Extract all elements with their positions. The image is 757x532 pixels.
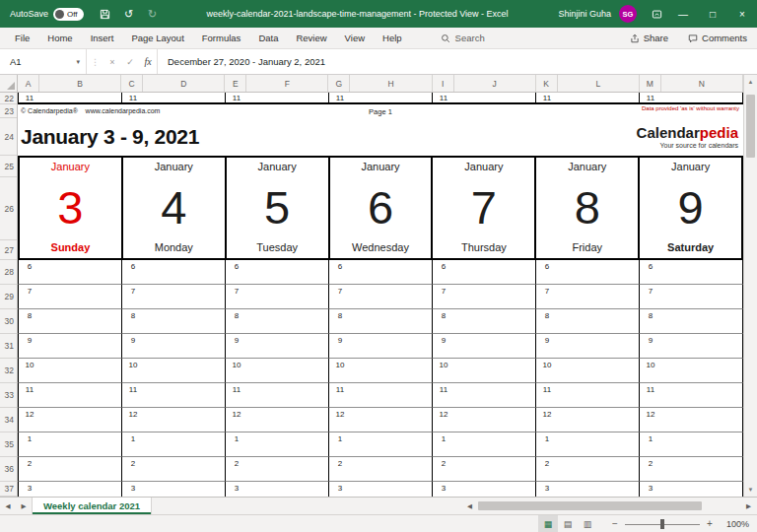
hour-cell-group[interactable]: 3 — [535, 482, 639, 497]
enter-button[interactable]: ✓ — [121, 49, 139, 74]
time-slot-cell[interactable] — [144, 334, 225, 358]
prev-week-cell-group[interactable]: 11 — [225, 93, 328, 104]
time-slot-cell[interactable] — [144, 260, 225, 284]
hour-cell-group[interactable]: 3 — [639, 482, 743, 497]
time-slot-cell[interactable] — [661, 334, 742, 358]
redo-button[interactable]: ↻ — [141, 0, 165, 28]
page-layout-view-button[interactable]: ▤ — [558, 515, 578, 532]
column-header-j[interactable]: J — [454, 75, 536, 92]
hour-cell-group[interactable]: 10 — [535, 359, 639, 383]
cancel-button[interactable]: × — [103, 49, 121, 74]
hour-cell-group[interactable]: 11 — [328, 383, 432, 408]
hour-cell-group[interactable]: 11 — [535, 383, 639, 408]
name-box-dropdown-icon[interactable]: ▾ — [76, 58, 80, 66]
zoom-in-button[interactable]: + — [702, 518, 718, 529]
hour-cell-group[interactable]: 7 — [121, 285, 225, 309]
menu-tab-file[interactable]: File — [6, 28, 38, 48]
time-slot-cell[interactable] — [144, 285, 225, 308]
column-header-k[interactable]: K — [536, 75, 558, 92]
time-slot-cell[interactable] — [247, 309, 328, 333]
hour-cell-group[interactable]: 7 — [18, 285, 121, 309]
time-slot-cell[interactable] — [558, 93, 639, 102]
time-slot-cell[interactable] — [351, 309, 432, 333]
hour-cell-group[interactable]: 10 — [328, 359, 432, 383]
row-header-37[interactable]: 37 — [0, 482, 17, 497]
time-slot-cell[interactable] — [454, 457, 535, 481]
hour-cell-group[interactable]: 1 — [18, 432, 121, 457]
time-slot-cell[interactable] — [558, 309, 639, 333]
page-break-view-button[interactable]: ▥ — [578, 515, 597, 532]
column-header-b[interactable]: B — [39, 75, 121, 92]
hour-cell-group[interactable]: 12 — [225, 408, 328, 432]
time-slot-cell[interactable] — [40, 93, 121, 102]
hour-cell-group[interactable]: 2 — [225, 457, 328, 482]
column-header-e[interactable]: E — [225, 75, 246, 92]
time-slot-cell[interactable] — [351, 383, 432, 407]
column-header-i[interactable]: I — [433, 75, 454, 92]
hour-cell-group[interactable]: 9 — [535, 334, 639, 359]
day-header-friday[interactable]: January8Friday — [534, 156, 638, 260]
normal-view-button[interactable]: ▦ — [538, 515, 558, 532]
time-slot-cell[interactable] — [247, 408, 328, 432]
time-slot-cell[interactable] — [661, 359, 742, 382]
column-header-c[interactable]: C — [121, 75, 143, 92]
time-slot-cell[interactable] — [454, 260, 535, 284]
time-slot-cell[interactable] — [247, 482, 328, 497]
zoom-percentage[interactable]: 100% — [718, 519, 757, 529]
prev-week-cell-group[interactable]: 11 — [639, 93, 743, 104]
time-slot-cell[interactable] — [454, 408, 535, 432]
row-header-29[interactable]: 29 — [0, 285, 17, 309]
column-header-h[interactable]: H — [350, 75, 432, 92]
time-slot-cell[interactable] — [40, 383, 121, 407]
hour-cell-group[interactable]: 12 — [18, 408, 121, 432]
time-slot-cell[interactable] — [558, 457, 639, 481]
hour-cell-group[interactable]: 10 — [639, 359, 743, 383]
time-slot-cell[interactable] — [144, 482, 225, 497]
row-header-36[interactable]: 36 — [0, 457, 17, 482]
ribbon-display-options-button[interactable] — [645, 0, 668, 28]
hour-cell-group[interactable]: 1 — [535, 432, 639, 457]
time-slot-cell[interactable] — [40, 285, 121, 308]
time-slot-cell[interactable] — [351, 334, 432, 358]
time-slot-cell[interactable] — [454, 285, 535, 308]
hour-cell-group[interactable]: 2 — [432, 457, 535, 482]
hour-cell-group[interactable]: 2 — [639, 457, 743, 482]
hour-cell-group[interactable]: 3 — [328, 482, 432, 497]
menu-tab-page-layout[interactable]: Page Layout — [122, 28, 192, 48]
day-header-wednesday[interactable]: January6Wednesday — [328, 156, 432, 260]
save-button[interactable] — [94, 0, 117, 28]
vertical-scrollbar-thumb[interactable] — [746, 95, 755, 158]
time-slot-cell[interactable] — [351, 457, 432, 481]
hour-cell-group[interactable]: 8 — [18, 309, 121, 334]
hour-cell-group[interactable]: 12 — [535, 408, 639, 432]
time-slot-cell[interactable] — [558, 408, 639, 432]
time-slot-cell[interactable] — [454, 309, 535, 333]
zoom-out-button[interactable]: − — [607, 518, 623, 529]
hour-cell-group[interactable]: 10 — [121, 359, 225, 383]
hour-cell-group[interactable]: 12 — [328, 408, 432, 432]
hour-cell-group[interactable]: 9 — [639, 334, 743, 359]
day-header-tuesday[interactable]: January5Tuesday — [225, 156, 328, 260]
zoom-slider[interactable] — [625, 515, 700, 532]
hour-cell-group[interactable]: 12 — [639, 408, 743, 432]
column-header-n[interactable]: N — [661, 75, 743, 92]
menu-tab-insert[interactable]: Insert — [82, 28, 123, 48]
hour-cell-group[interactable]: 11 — [225, 383, 328, 408]
time-slot-cell[interactable] — [144, 93, 225, 102]
insert-function-button[interactable]: fx — [139, 49, 157, 74]
formula-input[interactable]: December 27, 2020 - January 2, 2021 — [157, 49, 757, 74]
time-slot-cell[interactable] — [454, 383, 535, 407]
hour-cell-group[interactable]: 2 — [328, 457, 432, 482]
row-header-24[interactable]: 24 — [0, 118, 17, 156]
column-header-g[interactable]: G — [328, 75, 350, 92]
hour-cell-group[interactable]: 3 — [225, 482, 328, 497]
hour-cell-group[interactable]: 1 — [432, 432, 535, 457]
horizontal-scrollbar-thumb[interactable] — [478, 501, 702, 510]
row-header-23[interactable]: 23 — [0, 104, 17, 118]
time-slot-cell[interactable] — [144, 432, 225, 456]
time-slot-cell[interactable] — [247, 93, 328, 102]
prev-week-cell-group[interactable]: 11 — [535, 93, 639, 104]
search-box[interactable]: Search — [433, 33, 493, 43]
time-slot-cell[interactable] — [144, 383, 225, 407]
scroll-right-icon[interactable]: ▶ — [742, 502, 755, 510]
